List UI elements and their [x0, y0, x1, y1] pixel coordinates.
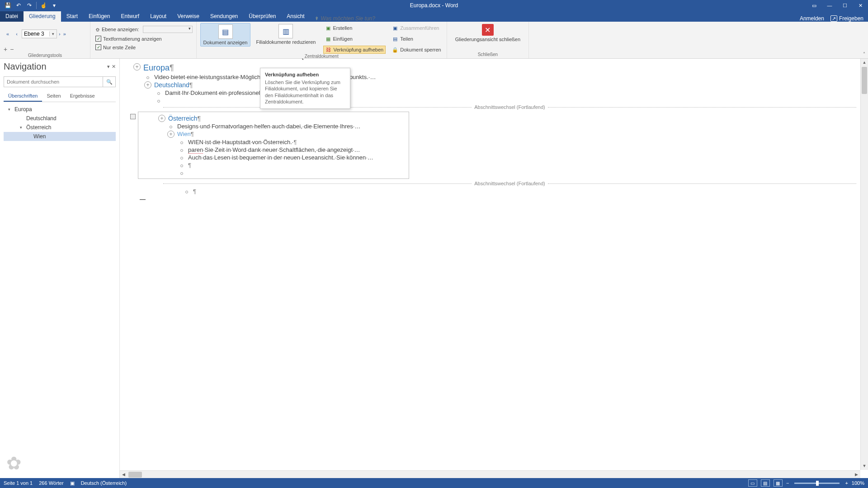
- heading-wien[interactable]: Wien¶: [177, 131, 194, 137]
- tab-verweise[interactable]: Verweise: [172, 11, 205, 22]
- show-document-button[interactable]: ▤ Dokument anzeigen: [200, 23, 251, 47]
- expand-button[interactable]: +: [4, 46, 7, 53]
- chevron-down-icon[interactable]: ▾: [49, 32, 57, 36]
- tab-start[interactable]: Start: [61, 11, 83, 22]
- lock-document-button[interactable]: 🔒Dokument sperren: [390, 46, 443, 54]
- nav-item-europa[interactable]: ▾Europa: [4, 105, 116, 114]
- tab-ansicht[interactable]: Ansicht: [281, 11, 310, 22]
- tell-me-input[interactable]: [321, 15, 402, 22]
- scroll-left-button[interactable]: ◀: [120, 471, 127, 478]
- maximize-button[interactable]: ☐: [837, 0, 853, 11]
- empty-paragraph[interactable]: ¶: [193, 188, 196, 195]
- scroll-right-button[interactable]: ▶: [853, 471, 860, 478]
- tab-gliederung[interactable]: Gliederung: [24, 11, 61, 22]
- group-label-tools2: [94, 57, 193, 58]
- scroll-up-button[interactable]: ▲: [861, 59, 868, 66]
- qat-save[interactable]: 💾: [3, 0, 13, 10]
- qat-undo[interactable]: ↶: [14, 0, 24, 10]
- outline-plus-icon[interactable]: +: [144, 81, 151, 89]
- outline-level-selector[interactable]: ▾: [22, 29, 57, 38]
- demote-to-body-button[interactable]: »: [63, 31, 66, 37]
- body-text[interactable]: paren·Sie·Zeit·in·Word·dank·neuer·Schalt…: [188, 146, 360, 153]
- tab-einfuegen[interactable]: Einfügen: [83, 11, 115, 22]
- chevron-down-icon[interactable]: ▾: [8, 107, 13, 112]
- search-icon[interactable]: 🔍: [103, 77, 115, 87]
- tell-me-search[interactable]: ♀: [315, 15, 402, 22]
- collapse-ribbon-button[interactable]: ˄: [863, 52, 865, 56]
- show-level-row[interactable]: ⯐Ebene anzeigen: ▾: [95, 26, 193, 33]
- slider-thumb[interactable]: [816, 481, 819, 486]
- close-button[interactable]: ✕: [853, 0, 868, 11]
- ribbon-display-options-icon[interactable]: ▭: [807, 0, 822, 11]
- heading-europa[interactable]: Europa¶: [143, 63, 174, 73]
- first-line-only-checkbox[interactable]: ✓Nur erste Zeile: [95, 44, 193, 50]
- show-text-formatting-checkbox[interactable]: ✓Textformatierung anzeigen: [95, 36, 193, 42]
- proofing-icon[interactable]: ▣: [70, 480, 75, 486]
- close-outline-view-button[interactable]: ✕ Gliederungsansicht schließen: [451, 23, 525, 43]
- tab-ueberpruefen[interactable]: Überprüfen: [243, 11, 281, 22]
- merge-subdoc-button[interactable]: ▣Zusammenführen: [390, 24, 443, 32]
- unlink-subdoc-button[interactable]: ⛓Verknüpfung aufheben: [323, 46, 386, 54]
- body-text[interactable]: WIEN·ist·die·Hauptstadt·von·Österreich.·…: [188, 139, 297, 145]
- empty-paragraph[interactable]: ¶: [188, 162, 191, 169]
- collapse-subdocuments-button[interactable]: ▥ Filialdokumente reduzieren: [253, 23, 318, 46]
- tab-datei[interactable]: Datei: [0, 11, 24, 22]
- tab-layout[interactable]: Layout: [145, 11, 172, 22]
- nav-tab-results[interactable]: Ergebnisse: [66, 91, 99, 102]
- qat-redo[interactable]: ↷: [24, 0, 34, 10]
- nav-search-box[interactable]: 🔍: [4, 76, 116, 87]
- nav-title: Navigation: [4, 61, 47, 72]
- scroll-down-button[interactable]: ▼: [861, 462, 868, 470]
- body-text[interactable]: Auch·das·Lesen·ist·bequemer·in·der·neuen…: [188, 154, 373, 161]
- insert-subdoc-button[interactable]: ▦Einfügen: [323, 35, 386, 43]
- scroll-thumb[interactable]: [862, 67, 867, 94]
- demote-button[interactable]: ›: [59, 31, 61, 37]
- nav-item-oesterreich[interactable]: ▾Österreich: [4, 123, 116, 132]
- zoom-slider[interactable]: [794, 483, 840, 484]
- sign-in-link[interactable]: Anmelden: [800, 15, 824, 22]
- zoom-in-button[interactable]: +: [845, 480, 848, 486]
- outline-plus-icon[interactable]: +: [158, 115, 165, 122]
- heading-oesterreich[interactable]: Österreich¶: [168, 115, 201, 122]
- zoom-level[interactable]: 100%: [852, 480, 864, 486]
- outline-level-input[interactable]: [22, 31, 49, 37]
- collapse-button[interactable]: −: [10, 46, 14, 53]
- subdoc-anchor-icon[interactable]: [130, 114, 136, 119]
- horizontal-scrollbar[interactable]: ◀ ▶: [120, 470, 860, 478]
- nav-tab-pages[interactable]: Seiten: [42, 91, 65, 102]
- nav-tab-headings[interactable]: Überschriften: [4, 91, 42, 102]
- share-button[interactable]: Freigeben: [830, 15, 863, 22]
- qat-customize[interactable]: ▾: [49, 0, 59, 10]
- status-language[interactable]: Deutsch (Österreich): [81, 480, 127, 486]
- print-layout-button[interactable]: ▤: [761, 479, 770, 487]
- body-text[interactable]: Designs·und·Formatvorlagen·helfen·auch·d…: [177, 123, 360, 130]
- vertical-scrollbar[interactable]: ▲ ▼: [860, 59, 868, 470]
- nav-search-input[interactable]: [4, 77, 103, 87]
- scroll-thumb[interactable]: [128, 472, 142, 478]
- create-subdoc-button[interactable]: ▣Erstellen: [323, 24, 386, 32]
- read-mode-button[interactable]: ▭: [748, 479, 757, 487]
- promote-to-heading1-button[interactable]: «: [4, 30, 12, 38]
- outline-plus-icon[interactable]: +: [167, 131, 175, 138]
- web-layout-button[interactable]: ▦: [774, 479, 783, 487]
- nav-close-button[interactable]: ✕: [112, 64, 116, 70]
- split-subdoc-button[interactable]: ▤Teilen: [390, 35, 443, 43]
- status-word-count[interactable]: 266 Wörter: [39, 480, 63, 486]
- tab-sendungen[interactable]: Sendungen: [205, 11, 243, 22]
- nav-item-deutschland[interactable]: Deutschland: [4, 114, 116, 123]
- minimize-button[interactable]: —: [822, 0, 837, 11]
- status-page[interactable]: Seite 1 von 1: [4, 480, 33, 486]
- close-icon: ✕: [482, 24, 494, 36]
- heading-deutschland[interactable]: Deutschland¶: [154, 81, 193, 89]
- nav-item-wien[interactable]: Wien: [4, 132, 116, 141]
- watermark-logo: ✿: [4, 450, 116, 476]
- tab-entwurf[interactable]: Entwurf: [115, 11, 145, 22]
- promote-button[interactable]: ‹: [13, 30, 21, 38]
- outline-plus-icon[interactable]: +: [133, 63, 141, 70]
- chevron-down-icon[interactable]: ▾: [20, 125, 24, 130]
- group-label-tools: Gliederungstools: [4, 53, 86, 59]
- qat-touch-mode[interactable]: ☝: [38, 0, 48, 10]
- zoom-out-button[interactable]: −: [786, 480, 789, 486]
- subdocument-container[interactable]: +Österreich¶ Designs·und·Formatvorlagen·…: [138, 112, 409, 179]
- nav-options-dropdown[interactable]: ▾: [107, 64, 110, 70]
